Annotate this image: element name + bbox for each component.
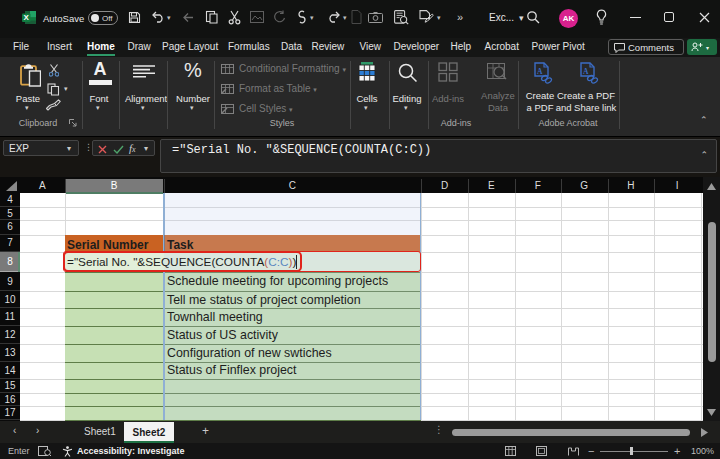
svg-text:A: A <box>583 67 589 76</box>
svg-text:X: X <box>24 13 30 22</box>
svg-text:A: A <box>537 67 543 76</box>
